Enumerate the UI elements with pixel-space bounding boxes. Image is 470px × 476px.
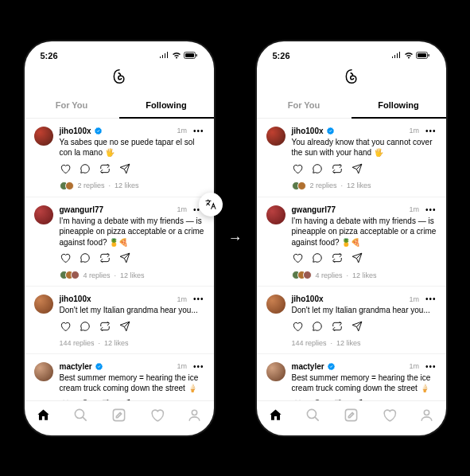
more-icon[interactable]: ••• [190, 295, 204, 303]
feed-right[interactable]: jiho100x 1m ••• You already know that yo… [257, 119, 446, 400]
likes-count[interactable]: 12 likes [352, 271, 377, 279]
comment-icon[interactable] [80, 399, 91, 400]
post[interactable]: mactyler 1m ••• Best summer memory = hea… [25, 354, 214, 400]
repost-icon[interactable] [99, 163, 111, 178]
share-icon[interactable] [119, 399, 130, 400]
likes-count[interactable]: 12 likes [347, 181, 371, 189]
username[interactable]: jiho100x [292, 127, 324, 135]
likes-count[interactable]: 12 likes [115, 181, 139, 189]
more-icon[interactable]: ••• [422, 127, 437, 135]
wifi-icon [404, 51, 414, 60]
comment-icon[interactable] [312, 399, 323, 400]
repost-icon[interactable] [332, 163, 343, 178]
repost-icon[interactable] [332, 399, 343, 400]
avatar[interactable] [34, 205, 53, 224]
likes-count[interactable]: 12 likes [104, 339, 129, 347]
share-icon[interactable] [119, 163, 130, 178]
nav-compose-icon[interactable] [111, 408, 126, 426]
avatar[interactable] [34, 295, 53, 314]
replies-count[interactable]: 144 replies [292, 339, 327, 347]
avatar[interactable] [266, 295, 285, 314]
like-icon[interactable] [60, 163, 71, 178]
svg-rect-7 [418, 53, 426, 57]
post-time: 1m [177, 127, 187, 135]
like-icon[interactable] [292, 163, 303, 178]
tab-for-you[interactable]: For You [257, 94, 352, 118]
replies-count[interactable]: 4 replies [84, 271, 111, 279]
username[interactable]: jiho100x [292, 295, 324, 303]
share-icon[interactable] [119, 252, 130, 267]
tab-following[interactable]: Following [119, 94, 214, 118]
nav-activity-icon[interactable] [150, 408, 165, 426]
share-icon[interactable] [352, 252, 363, 267]
post-text: Best summer memory = hearing the ice cre… [292, 373, 437, 394]
nav-search-icon[interactable] [73, 408, 88, 426]
username[interactable]: mactyler [60, 362, 92, 371]
share-icon[interactable] [352, 163, 363, 178]
verified-icon [95, 363, 103, 370]
nav-home-icon[interactable] [268, 408, 283, 426]
tab-following[interactable]: Following [352, 94, 446, 118]
post-time: 1m [409, 295, 419, 303]
nav-search-icon[interactable] [305, 408, 320, 426]
more-icon[interactable]: ••• [190, 127, 204, 135]
replies-count[interactable]: 2 replies [78, 181, 105, 189]
like-icon[interactable] [292, 399, 303, 400]
avatar[interactable] [266, 127, 285, 146]
post[interactable]: jiho100x 1m ••• You already know that yo… [257, 119, 446, 197]
replies-count[interactable]: 144 replies [60, 339, 95, 347]
nav-profile-icon[interactable] [187, 408, 202, 426]
replies-count[interactable]: 2 replies [310, 181, 337, 189]
comment-icon[interactable] [312, 163, 323, 178]
post[interactable]: jiho100x 1m ••• Ya sabes que no se puede… [25, 119, 214, 197]
like-icon[interactable] [292, 321, 303, 335]
post[interactable]: jiho100x 1m ••• Don't let my Italian gra… [257, 287, 446, 354]
comment-icon[interactable] [312, 252, 323, 267]
username[interactable]: gwangurl77 [60, 205, 104, 214]
like-icon[interactable] [60, 399, 71, 400]
comment-icon[interactable] [312, 321, 323, 335]
like-icon[interactable] [60, 252, 71, 267]
nav-profile-icon[interactable] [419, 408, 434, 426]
avatar[interactable] [34, 362, 53, 381]
post[interactable]: mactyler 1m ••• Best summer memory = hea… [257, 354, 446, 400]
comment-icon[interactable] [80, 252, 91, 267]
repost-icon[interactable] [99, 252, 111, 267]
comment-icon[interactable] [80, 163, 91, 178]
more-icon[interactable]: ••• [422, 362, 437, 371]
username[interactable]: gwangurl77 [292, 205, 336, 214]
more-icon[interactable]: ••• [422, 205, 437, 214]
more-icon[interactable]: ••• [190, 362, 204, 371]
post-text: I'm having a debate with my friends — is… [60, 216, 204, 248]
more-icon[interactable]: ••• [422, 295, 437, 303]
username[interactable]: mactyler [292, 362, 324, 371]
repost-icon[interactable] [99, 321, 111, 335]
share-icon[interactable] [119, 321, 130, 335]
repost-icon[interactable] [99, 399, 111, 400]
username[interactable]: jiho100x [60, 295, 91, 303]
like-icon[interactable] [60, 321, 71, 335]
avatar[interactable] [34, 127, 53, 146]
tab-for-you[interactable]: For You [25, 94, 119, 118]
comment-icon[interactable] [80, 321, 91, 335]
username[interactable]: jiho100x [60, 127, 91, 135]
post[interactable]: gwangurl77 1m ••• I'm having a debate wi… [257, 197, 446, 287]
likes-count[interactable]: 12 likes [120, 271, 145, 279]
post[interactable]: jiho100x 1m ••• Don't let my Italian gra… [25, 287, 214, 354]
nav-activity-icon[interactable] [382, 408, 397, 426]
feed-left[interactable]: jiho100x 1m ••• Ya sabes que no se puede… [25, 119, 214, 400]
share-icon[interactable] [352, 321, 363, 335]
svg-rect-4 [113, 409, 124, 420]
avatar[interactable] [266, 362, 285, 381]
replies-count[interactable]: 4 replies [316, 271, 343, 279]
avatar[interactable] [266, 205, 285, 224]
like-icon[interactable] [292, 252, 303, 267]
nav-compose-icon[interactable] [344, 408, 359, 426]
share-icon[interactable] [352, 399, 363, 400]
repost-icon[interactable] [332, 321, 343, 335]
nav-home-icon[interactable] [36, 408, 51, 426]
likes-count[interactable]: 12 likes [336, 339, 361, 347]
translate-badge-icon[interactable] [199, 193, 223, 217]
post[interactable]: gwangurl77 1m ••• I'm having a debate wi… [25, 197, 214, 287]
repost-icon[interactable] [332, 252, 343, 267]
